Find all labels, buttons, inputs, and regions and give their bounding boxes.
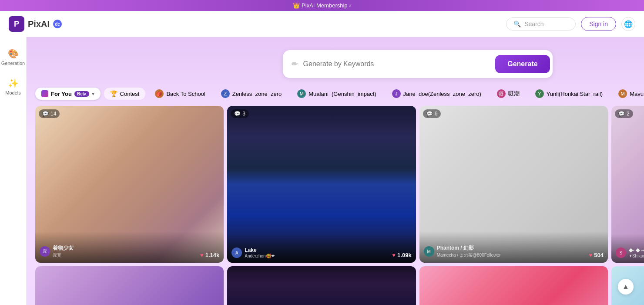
image-card-4[interactable]: 💬 2 S ◆- ◆ -◆ Flower Bath ✦Shikan✦®•Joza <box>611 106 644 263</box>
grid-col-4: 💬 2 S ◆- ◆ -◆ Flower Bath ✦Shikan✦®•Joza <box>611 106 644 305</box>
sidebar-item-label: Models <box>5 90 20 95</box>
filter-label: Mualani_(Genshin_impact) <box>309 91 376 97</box>
filter-for-you[interactable]: For You Beta ▾ <box>35 88 101 100</box>
filter-bar: For You Beta ▾ 🏆 Contest 🎒 Back To Schoo… <box>27 87 644 106</box>
logo-area[interactable]: P PixAI dc <box>9 16 62 32</box>
header-right: 🔍 Search Sign in 🌐 <box>506 17 635 31</box>
filter-avatar: Y <box>535 89 544 98</box>
comment-icon: 💬 <box>234 111 241 117</box>
generation-icon: 🎨 <box>8 48 19 59</box>
card-info-1: 寂 着物少女 寂寞 ♥ 1.14k <box>35 231 224 263</box>
grid-col-1: 💬 14 寂 着物少女 寂寞 <box>35 106 224 305</box>
sidebar-item-models[interactable]: ✨ Models <box>0 74 26 100</box>
scroll-to-top-button[interactable]: ▲ <box>618 279 634 295</box>
card-user-2: A Lake Anderzhon🥰❤ <box>231 247 274 258</box>
filter-yunli[interactable]: Y Yunli(Honkai:Star_rail) <box>529 87 609 101</box>
artwork-title-3: Phantom / 幻影 <box>437 244 501 252</box>
filter-back-to-school[interactable]: 🎒 Back To School <box>149 87 211 101</box>
card-info-4: S ◆- ◆ -◆ Flower Bath ✦Shikan✦®•Joza ♥ 4… <box>611 234 644 263</box>
grid-col-3: 💬 6 M Phantom / 幻影 Mamecha / まの茶@800Foll… <box>419 106 608 305</box>
filter-jane-doe[interactable]: J Jane_doe(Zenless_zone_zero) <box>386 87 487 101</box>
main-layout: 🎨 Generation ✨ Models ⬇ ✏ Generate For Y… <box>0 37 644 305</box>
image-card-5[interactable] <box>35 266 224 305</box>
avatar-4: S <box>616 247 626 258</box>
filter-nian-chao[interactable]: 嗫 嗫潮 <box>491 87 526 101</box>
crown-icon: 👑 <box>293 2 300 9</box>
artwork-title-1: 着物少女 <box>53 244 74 252</box>
username-1: 寂寞 <box>53 252 74 258</box>
search-box[interactable]: 🔍 Search <box>506 17 576 30</box>
generate-section: ✏ Generate <box>27 37 644 87</box>
artwork-title-4: ◆- ◆ -◆ Flower Bath <box>629 247 644 253</box>
filter-zenless[interactable]: Z Zenless_zone_zero <box>215 87 288 101</box>
sidebar: 🎨 Generation ✨ Models ⬇ <box>0 37 27 305</box>
filter-label: Zenless_zone_zero <box>232 91 282 97</box>
filter-label: Mavuika_(Genshin_impact) <box>630 91 644 97</box>
likes-1: ♥ 1.14k <box>200 252 219 258</box>
logo-letter: P <box>14 20 19 29</box>
avatar-1: 寂 <box>40 246 50 257</box>
image-card-7[interactable] <box>419 266 608 305</box>
banner-arrow: › <box>349 2 351 9</box>
search-placeholder: Search <box>524 20 543 27</box>
filter-avatar: 嗫 <box>497 89 506 98</box>
chevron-down-icon: ▾ <box>92 91 94 97</box>
card-user-1: 寂 着物少女 寂寞 <box>40 244 74 258</box>
image-card-2[interactable]: 💬 3 A Lake Anderzhon🥰❤ <box>227 106 416 263</box>
image-card-1[interactable]: 💬 14 寂 着物少女 寂寞 <box>35 106 224 263</box>
card-info-3: M Phantom / 幻影 Mamecha / まの茶@800Follower… <box>419 231 608 263</box>
banner-text: PixAI Membership <box>302 2 347 9</box>
filter-contest[interactable]: 🏆 Contest <box>104 88 146 100</box>
for-you-label: For You <box>51 91 72 97</box>
likes-2: ♥ 1.09k <box>392 252 411 258</box>
heart-icon: ♥ <box>392 252 396 258</box>
heart-icon: ♥ <box>200 252 204 258</box>
models-icon: ✨ <box>8 78 19 88</box>
contest-label: Contest <box>120 91 140 97</box>
filter-mualani[interactable]: M Mualani_(Genshin_impact) <box>291 87 382 101</box>
sidebar-item-generation[interactable]: 🎨 Generation <box>0 44 26 70</box>
filter-avatar: M <box>618 89 627 98</box>
comment-icon: 💬 <box>618 111 625 117</box>
heart-icon: ♥ <box>589 252 593 258</box>
comment-icon: 💬 <box>426 111 433 117</box>
chevron-up-icon: ▲ <box>622 283 629 291</box>
filter-avatar: Z <box>221 89 230 98</box>
image-card-6[interactable] <box>227 266 416 305</box>
generate-input[interactable] <box>303 60 496 68</box>
sign-in-button[interactable]: Sign in <box>581 17 616 31</box>
card-user-4: S ◆- ◆ -◆ Flower Bath ✦Shikan✦®•Joza <box>616 247 644 258</box>
trophy-icon: 🏆 <box>110 90 117 97</box>
avatar-2: A <box>231 247 242 258</box>
avatar-3: M <box>424 246 434 257</box>
username-3: Mamecha / まの茶@800Follower <box>437 252 501 258</box>
generate-button[interactable]: Generate <box>495 55 550 73</box>
card-info-2: A Lake Anderzhon🥰❤ ♥ 1.09k <box>227 234 416 263</box>
artwork-title-2: Lake <box>245 247 274 253</box>
search-icon: 🔍 <box>513 20 521 27</box>
username-4: ✦Shikan✦®•Joza <box>629 254 644 258</box>
sidebar-item-label: Generation <box>1 61 25 66</box>
for-you-icon <box>41 90 48 97</box>
generate-bar: ✏ Generate <box>283 50 553 78</box>
filter-avatar: M <box>297 89 306 98</box>
brand-name: PixAI <box>28 19 50 29</box>
pencil-icon: ✏ <box>292 59 298 69</box>
comment-count-2: 💬 3 <box>231 109 249 118</box>
image-grid: 💬 14 寂 着物少女 寂寞 <box>27 106 644 305</box>
card-user-3: M Phantom / 幻影 Mamecha / まの茶@800Follower <box>424 244 501 258</box>
globe-icon: 🌐 <box>624 20 633 28</box>
discord-badge[interactable]: dc <box>53 20 62 28</box>
image-card-3[interactable]: 💬 6 M Phantom / 幻影 Mamecha / まの茶@800Foll… <box>419 106 608 263</box>
filter-label: 嗫潮 <box>508 90 520 98</box>
filter-label: Yunli(Honkai:Star_rail) <box>547 91 603 97</box>
logo-box: P <box>9 16 24 32</box>
discord-icon: dc <box>55 22 60 27</box>
comment-count-1: 💬 14 <box>39 109 60 118</box>
grid-col-2: 💬 3 A Lake Anderzhon🥰❤ <box>227 106 416 305</box>
membership-banner[interactable]: 👑 PixAI Membership › <box>0 0 644 11</box>
filter-label: Jane_doe(Zenless_zone_zero) <box>403 91 481 97</box>
language-button[interactable]: 🌐 <box>621 17 635 31</box>
filter-mavuika[interactable]: M Mavuika_(Genshin_impact) <box>612 87 644 101</box>
likes-3: ♥ 504 <box>589 252 604 258</box>
